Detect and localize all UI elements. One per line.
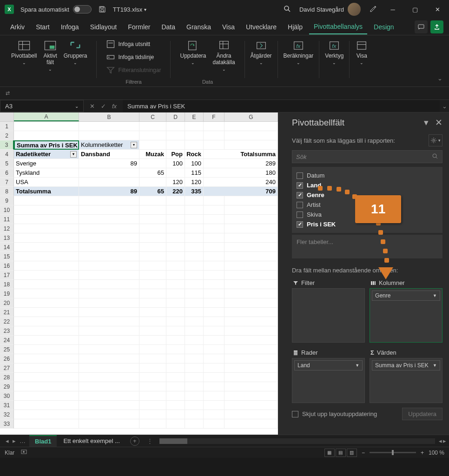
search-icon[interactable] xyxy=(284,5,291,14)
tab-hjalp[interactable]: Hjälp xyxy=(283,20,307,34)
svg-point-23 xyxy=(433,139,435,141)
tab-sidlayout[interactable]: Sidlayout xyxy=(86,20,122,34)
close-button[interactable]: ✕ xyxy=(430,2,444,16)
col-header-f[interactable]: F xyxy=(204,112,224,121)
filter-drop-area[interactable] xyxy=(292,288,365,343)
excel-icon: X xyxy=(5,5,14,14)
filter-area-title: Filter xyxy=(292,278,365,288)
field-datum[interactable]: Datum xyxy=(297,171,438,180)
tab-visa[interactable]: Visa xyxy=(218,20,239,34)
row-field-land[interactable]: Land▼ xyxy=(294,360,363,370)
share-button[interactable] xyxy=(430,20,443,33)
collapse-ribbon-icon[interactable]: ⌄ xyxy=(437,75,442,82)
search-input[interactable]: Sök xyxy=(292,150,442,163)
status-bar: Klar ▦ ▤ ▥ − + 100 % xyxy=(0,447,449,458)
panel-dropdown-icon[interactable]: ▾ xyxy=(424,117,429,128)
zoom-level[interactable]: 100 % xyxy=(429,450,444,456)
sheet-prev-icon[interactable]: ◂ xyxy=(6,437,9,444)
calculations-button[interactable]: fx Beräkningar⌄ xyxy=(281,38,317,86)
expand-formula-icon[interactable]: ⌄ xyxy=(440,103,449,110)
show-button[interactable]: Visa⌄ xyxy=(352,38,371,86)
panel-title: Pivottabellfält xyxy=(292,118,344,128)
active-field-button[interactable]: Aktivt fält⌄ xyxy=(40,38,59,73)
update-button[interactable]: Uppdatera xyxy=(402,408,442,420)
quick-access-dropdown[interactable]: ⇄ xyxy=(6,90,10,96)
data-group-label: Data xyxy=(202,79,213,86)
insert-slicer-button[interactable]: Infoga utsnitt xyxy=(103,38,164,50)
zoom-in-button[interactable]: + xyxy=(421,450,424,456)
comments-button[interactable] xyxy=(415,20,428,33)
spreadsheet-grid[interactable]: A B C D E F G 123Summa av Pris i SEKKolu… xyxy=(0,112,278,435)
svg-rect-16 xyxy=(257,42,265,49)
col-header-e[interactable]: E xyxy=(185,112,204,121)
sheet-tab-exempel[interactable]: Ett enkelt exempel ... xyxy=(58,436,125,446)
ribbon: Pivottabell⌄ Aktivt fält⌄ Gruppera⌄ Info… xyxy=(0,35,449,86)
tab-design[interactable]: Design xyxy=(369,20,399,34)
filename[interactable]: TT193.xlsx▾ xyxy=(113,6,147,13)
tab-formler[interactable]: Formler xyxy=(123,20,155,34)
svg-rect-13 xyxy=(219,41,228,49)
svg-point-11 xyxy=(108,57,110,58)
tab-granska[interactable]: Granska xyxy=(182,20,216,34)
gear-icon[interactable]: ▾ xyxy=(429,134,442,146)
pivottable-button[interactable]: Pivottabell⌄ xyxy=(8,38,40,73)
fx-icon[interactable]: fx xyxy=(110,103,119,110)
defer-checkbox[interactable] xyxy=(292,411,298,417)
vertical-scrollbar[interactable] xyxy=(278,112,285,435)
tab-arkiv[interactable]: Arkiv xyxy=(6,20,29,34)
pen-icon[interactable] xyxy=(369,5,377,14)
rows-drop-area[interactable]: Land▼ xyxy=(292,358,365,403)
value-field-pris[interactable]: Summa av Pris i SEK▼ xyxy=(372,360,440,370)
macro-record-icon[interactable] xyxy=(21,449,28,456)
more-tables-link[interactable]: Fler tabeller... xyxy=(297,237,438,257)
view-pagelayout-button[interactable]: ▤ xyxy=(336,449,346,457)
autosave-toggle[interactable]: Spara automatiskt xyxy=(20,5,92,13)
add-sheet-button[interactable]: + xyxy=(130,436,139,446)
svg-point-0 xyxy=(284,6,289,10)
ribbon-extra-bar: ⇄ xyxy=(0,86,449,99)
columns-drop-area[interactable]: Genre▼ xyxy=(370,288,442,343)
sheet-next-icon[interactable]: ▸ xyxy=(13,437,16,444)
zoom-out-button[interactable]: − xyxy=(362,450,365,456)
minimize-button[interactable]: ─ xyxy=(386,2,400,16)
col-header-g[interactable]: G xyxy=(224,112,278,121)
tab-data[interactable]: Data xyxy=(157,20,180,34)
col-header-b[interactable]: B xyxy=(79,112,139,121)
tab-pivottabellanalys[interactable]: Pivottabellanalys xyxy=(309,20,367,34)
sheet-more-icon[interactable]: … xyxy=(20,437,26,444)
zoom-slider[interactable] xyxy=(370,452,416,453)
maximize-button[interactable]: ▢ xyxy=(408,2,422,16)
actions-button[interactable]: Åtgärder⌄ xyxy=(248,38,275,86)
formula-bar: A3⌄ ✕ ✓ fx ⌄ xyxy=(0,99,449,112)
annotation-arrow-icon xyxy=(378,267,393,279)
annotation-callout: 11 xyxy=(355,195,401,223)
name-box[interactable]: A3⌄ xyxy=(0,100,84,112)
user-account[interactable]: David Stavegård xyxy=(299,3,361,16)
cancel-formula-icon[interactable]: ✕ xyxy=(87,103,97,110)
horizontal-scrollbar[interactable] xyxy=(159,438,435,444)
panel-subtitle: Välj fält som ska läggas till i rapporte… xyxy=(292,137,395,144)
view-pagebreak-button[interactable]: ▥ xyxy=(347,449,357,457)
col-header-c[interactable]: C xyxy=(139,112,166,121)
values-drop-area[interactable]: Summa av Pris i SEK▼ xyxy=(370,358,442,403)
sheet-tab-blad1[interactable]: Blad1 xyxy=(29,435,57,447)
column-field-genre[interactable]: Genre▼ xyxy=(372,291,440,301)
select-all-corner[interactable] xyxy=(0,112,14,121)
col-header-d[interactable]: D xyxy=(166,112,185,121)
insert-timeline-button[interactable]: Infoga tidslinje xyxy=(103,51,164,63)
avatar xyxy=(348,3,361,16)
refresh-button[interactable]: Uppdatera⌄ xyxy=(177,38,209,73)
save-icon[interactable] xyxy=(98,5,106,13)
tab-start[interactable]: Start xyxy=(31,20,54,34)
col-header-a[interactable]: A xyxy=(14,112,79,121)
change-datasource-button[interactable]: Ändra datakälla⌄ xyxy=(210,38,238,73)
group-button[interactable]: Gruppera⌄ xyxy=(61,38,90,73)
view-normal-button[interactable]: ▦ xyxy=(324,449,335,457)
panel-close-icon[interactable]: ✕ xyxy=(435,117,442,128)
accept-formula-icon[interactable]: ✓ xyxy=(99,103,108,110)
tab-utvecklare[interactable]: Utvecklare xyxy=(241,20,281,34)
formula-input[interactable] xyxy=(123,100,440,112)
tools-button[interactable]: fx Verktyg⌄ xyxy=(322,38,346,86)
tab-infoga[interactable]: Infoga xyxy=(56,20,84,34)
sheet-tab-bar: ◂ ▸ … Blad1 Ett enkelt exempel ... + ⋮ ◂… xyxy=(0,435,449,447)
